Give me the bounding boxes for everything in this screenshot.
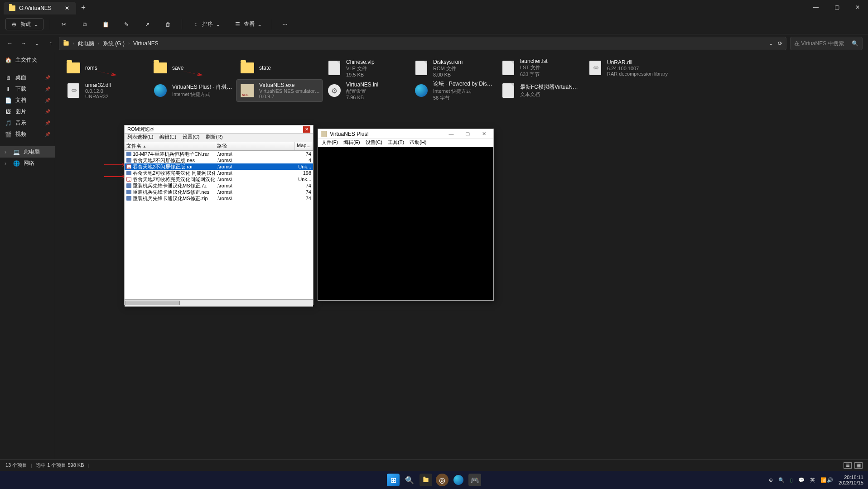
menu-edit[interactable]: 编辑(E) [343,139,360,147]
network-volume[interactable]: 📶🔊 [820,477,833,483]
file-item[interactable]: launcher.lst LST 文件 633 字节 [497,57,583,79]
file-item[interactable]: state [236,57,323,79]
rom-list-row[interactable]: 吞食天地2不闪屏修正版.rar .\roms\ Unk... [125,163,313,170]
file-item[interactable]: 最新FC模拟器VirtuaNES Plus !(windows版)(202310… [497,80,583,101]
system-tray[interactable]: ⊕ 🔍 ▯ 💬 英 📶🔊 20:18:11 2023/10/15 [769,475,863,485]
file-item[interactable]: Disksys.rom ROM 文件 8.00 KB [410,57,497,79]
close-button[interactable]: ✕ [477,130,491,138]
col-mapper[interactable]: Map... [295,142,313,150]
view-grid-button[interactable]: ▦ [854,462,863,469]
rom-list-row[interactable]: 10-MP74-重装机兵恒格电子CN.rar .\roms\ 74 [125,151,313,157]
edge-button[interactable] [452,474,465,486]
taskbar[interactable]: ⊞ 🔍 ◎ 🎮 ⊕ 🔍 ▯ 💬 英 📶🔊 20:18:11 2023/10/15 [0,471,868,489]
dialog-close-button[interactable]: ✕ [303,126,310,133]
sidebar-this-pc[interactable]: › 💻 此电脑 [0,146,55,158]
file-item[interactable]: VirtuaNES.ini 配置设置 7.96 KB [323,80,410,101]
vnes-titlebar[interactable]: VirtuaNES Plus! — ▢ ✕ [318,129,493,139]
col-path[interactable]: 路径 [215,142,295,150]
clock[interactable]: 20:18:11 2023/10/15 [839,475,863,485]
file-item[interactable]: unrar32.dll 0.0.12.0 UNRAR32 [63,80,149,101]
rom-list-row[interactable]: 吞食天地2不闪屏修正版.nes .\roms\ 4 [125,157,313,163]
start-button[interactable]: ⊞ [387,474,400,486]
dialog-titlebar[interactable]: ROM浏览器 ✕ [125,125,313,134]
scrollbar-thumb[interactable] [125,301,180,305]
back-button[interactable]: ← [5,39,14,48]
share-button[interactable]: ↗ [140,19,154,30]
file-item[interactable]: roms [63,57,149,79]
new-tab-button[interactable]: ＋ [76,0,91,14]
sidebar-item[interactable]: 🖼图片📌 [0,106,55,117]
recent-button[interactable]: ⌄ [33,39,42,48]
up-button[interactable]: ↑ [46,39,55,48]
maximize-button[interactable]: ▢ [826,0,847,14]
sort-button[interactable]: ↕ 排序 ⌄ [188,19,224,30]
sidebar-item[interactable]: ⬇下载📌 [0,83,55,95]
tray-icon[interactable]: ▯ [790,477,793,483]
chevron-right-icon[interactable]: › [5,160,9,167]
minimize-button[interactable]: — [444,130,458,138]
breadcrumb-dropdown[interactable]: ⌄ [769,40,773,47]
menu-item[interactable]: 设置(C) [183,134,199,142]
breadcrumb-item[interactable]: 此电脑 [78,40,94,48]
file-item[interactable]: Chinese.vlp VLP 文件 19.5 KB [323,57,410,79]
tray-icon[interactable]: 🔍 [778,477,785,483]
col-filename[interactable]: 文件名 ▲ [125,142,215,150]
sidebar-item[interactable]: 🖥桌面📌 [0,72,55,83]
tab-close-button[interactable]: ✕ [63,5,71,12]
sidebar-network[interactable]: › 🌐 网络 [0,158,55,169]
copy-button[interactable]: ⧉ [77,19,92,30]
ime-indicator[interactable]: 英 [810,477,815,484]
rom-list-row[interactable]: 重装机兵先锋卡通汉化MS修正.zip .\roms\ 74 [125,195,313,201]
virtuanes-window[interactable]: VirtuaNES Plus! — ▢ ✕ 文件(F) 编辑(E) 设置(C) … [318,129,494,301]
menu-item[interactable]: 列表选择(L) [127,134,153,142]
rom-list-row[interactable]: 吞食天地2可收将完美汉化 同能网汉化 .nes .\roms\ 198 [125,170,313,176]
file-item[interactable]: UnRAR.dll 6.24.100.1007 RAR decompressio… [584,57,670,79]
search-input[interactable]: 在 VirtuaNES 中搜索 🔍 [790,37,863,50]
cut-button[interactable]: ✂ [57,19,71,30]
search-button[interactable]: 🔍 [403,474,416,486]
window-tab[interactable]: G:\VirtuaNES ✕ [4,2,76,14]
view-details-button[interactable]: ≣ [844,462,852,469]
paste-button[interactable]: 📋 [98,19,113,30]
forward-button[interactable]: → [19,39,28,48]
delete-button[interactable]: 🗑 [161,19,175,30]
menu-help[interactable]: 帮助(H) [410,139,426,147]
maximize-button[interactable]: ▢ [461,130,474,138]
explorer-button[interactable] [420,474,432,486]
refresh-button[interactable]: ⟳ [778,40,782,47]
breadcrumb-item[interactable]: VirtuaNES [133,40,159,47]
file-item[interactable]: VirtuaNES.exe VirtuaNES NES emulator for… [236,80,323,101]
tray-icon[interactable]: ⊕ [769,477,773,483]
menu-item[interactable]: 编辑(E) [159,134,176,142]
menu-tools[interactable]: 工具(T) [388,139,404,147]
more-button[interactable]: ⋯ [279,19,291,29]
file-item[interactable]: VirtuaNES Plus! - 肖琪模拟游戏站 - Powered by D… [149,80,236,101]
sidebar-item[interactable]: 📄文档📌 [0,95,55,106]
rom-list-row[interactable]: 吞食天地2可收将完美汉化同能网汉化.rar .\roms\ Unk... [125,176,313,182]
minimize-button[interactable]: — [805,0,826,14]
app-button[interactable]: ◎ [436,474,448,486]
tray-icon[interactable]: 💬 [798,477,805,483]
new-button[interactable]: ⊕ 新建 ⌄ [5,18,43,30]
menu-file[interactable]: 文件(F) [322,139,338,147]
rom-browser-dialog[interactable]: ROM浏览器 ✕ 列表选择(L) 编辑(E) 设置(C) 刷新(R) 文件名 ▲… [124,125,313,305]
view-button[interactable]: ☰ 查看 ⌄ [230,19,265,30]
breadcrumb[interactable]: › 此电脑 › 系统 (G:) › VirtuaNES ⌄ ⟳ [59,37,786,50]
file-item[interactable]: save [149,57,236,79]
sidebar-item[interactable]: 🎬视频📌 [0,129,55,140]
app-button[interactable]: 🎮 [468,474,481,486]
breadcrumb-item[interactable]: 系统 (G:) [103,40,125,48]
file-item[interactable]: 论坛 - Powered by Discuz! Internet 快捷方式 56… [410,80,497,101]
menu-item[interactable]: 刷新(R) [206,134,222,142]
rename-button[interactable]: ✎ [119,19,134,30]
rom-list-row[interactable]: 重装机兵先锋卡通汉化MS修正.nes .\roms\ 74 [125,189,313,195]
chevron-right-icon[interactable]: › [5,149,9,155]
menu-settings[interactable]: 设置(C) [366,139,382,147]
sidebar-home[interactable]: 🏠 主文件夹 [0,54,55,66]
sidebar-item[interactable]: 🎵音乐📌 [0,117,55,129]
rom-list-row[interactable]: 重装机兵先锋卡通汉化MS修正.7z .\roms\ 74 [125,182,313,189]
vnes-title-text: VirtuaNES Plus! [330,131,369,137]
close-button[interactable]: ✕ [847,0,868,14]
horizontal-scrollbar[interactable] [125,299,313,307]
rom-list[interactable]: 10-MP74-重装机兵恒格电子CN.rar .\roms\ 74吞食天地2不闪… [125,151,313,299]
